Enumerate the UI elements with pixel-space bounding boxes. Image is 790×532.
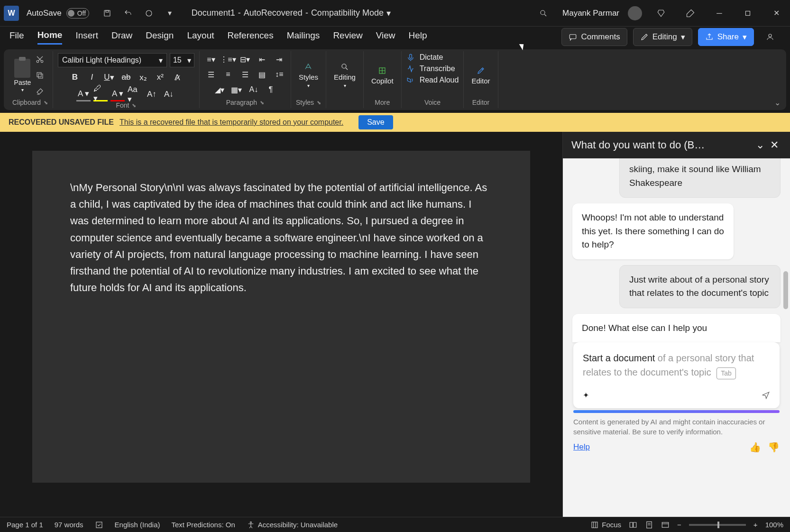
- status-words[interactable]: 97 words: [55, 521, 83, 529]
- line-spacing-icon[interactable]: ↕≡: [273, 68, 286, 81]
- status-predictions[interactable]: Text Predictions: On: [172, 521, 235, 529]
- justify-icon[interactable]: ▤: [256, 68, 269, 81]
- document-text[interactable]: \nMy Personal Story\n\nI was always fasc…: [70, 179, 492, 296]
- autosave-toggle[interactable]: AutoSave Off: [27, 8, 89, 18]
- tab-home[interactable]: Home: [37, 30, 63, 45]
- user-name[interactable]: Mayank Parmar: [562, 9, 619, 18]
- tab-view[interactable]: View: [376, 30, 395, 44]
- search-icon[interactable]: [535, 5, 552, 22]
- undo-icon[interactable]: [119, 5, 137, 22]
- tab-draw[interactable]: Draw: [111, 30, 132, 44]
- increase-indent-icon[interactable]: ⇥: [273, 53, 286, 65]
- strike-button[interactable]: ab: [119, 70, 133, 84]
- scrollbar-thumb[interactable]: [783, 271, 788, 309]
- print-layout-icon[interactable]: [645, 521, 653, 529]
- pane-scrollbar[interactable]: [783, 162, 788, 515]
- underline-button[interactable]: U ▾: [102, 70, 116, 84]
- send-icon[interactable]: [762, 391, 770, 400]
- grow-font-icon[interactable]: A↑: [145, 87, 159, 101]
- collapse-ribbon-icon[interactable]: ⌄: [774, 98, 781, 107]
- cut-icon[interactable]: [34, 53, 46, 65]
- tab-file[interactable]: File: [9, 30, 24, 44]
- zoom-slider[interactable]: [689, 524, 746, 526]
- editing-mode-button[interactable]: Editing ▾: [633, 28, 692, 46]
- launcher-icon[interactable]: ⬊: [317, 100, 321, 106]
- tab-layout[interactable]: Layout: [187, 30, 214, 44]
- close-button[interactable]: ✕: [766, 3, 786, 23]
- pilcrow-icon[interactable]: ¶: [264, 83, 277, 96]
- read-mode-icon[interactable]: [629, 521, 637, 529]
- avatar[interactable]: [628, 6, 642, 20]
- thumbs-up-icon[interactable]: 👍: [749, 441, 761, 453]
- editing-button[interactable]: Editing ▾: [331, 61, 358, 90]
- font-color-button[interactable]: A ▾: [110, 87, 125, 101]
- align-right-icon[interactable]: ☰: [239, 68, 252, 81]
- zoom-in-icon[interactable]: +: [753, 521, 758, 529]
- launcher-icon[interactable]: ⬊: [132, 102, 136, 109]
- tab-references[interactable]: References: [228, 30, 274, 44]
- shading-icon[interactable]: ◢▾: [213, 83, 226, 96]
- status-proofing-icon[interactable]: [95, 521, 103, 529]
- pane-close-icon[interactable]: ✕: [767, 139, 781, 151]
- chat-input-box[interactable]: Start a document of a personal story tha…: [573, 342, 780, 408]
- styles-button[interactable]: Styles ▾: [296, 61, 321, 90]
- zoom-level[interactable]: 100%: [765, 521, 783, 529]
- tab-insert[interactable]: Insert: [75, 30, 98, 44]
- brush-icon[interactable]: [682, 5, 699, 22]
- align-center-icon[interactable]: ≡: [221, 68, 235, 81]
- status-accessibility[interactable]: Accessibility: Unavailable: [247, 521, 338, 529]
- clear-format-icon[interactable]: A̷: [170, 70, 184, 84]
- italic-button[interactable]: I: [85, 70, 99, 84]
- chevron-down-icon[interactable]: ▾: [386, 8, 391, 18]
- editor-button[interactable]: Editor: [468, 64, 493, 87]
- sort-icon[interactable]: A↓: [247, 83, 260, 96]
- zoom-out-icon[interactable]: −: [677, 521, 681, 529]
- launcher-icon[interactable]: ⬊: [260, 100, 264, 106]
- document-page[interactable]: \nMy Personal Story\n\nI was always fasc…: [32, 151, 530, 483]
- change-case-button[interactable]: Aa ▾: [128, 87, 142, 101]
- chat-input-text[interactable]: Start a document of a personal story tha…: [583, 351, 770, 379]
- tab-mailings[interactable]: Mailings: [287, 30, 320, 44]
- comments-button[interactable]: Comments: [561, 28, 627, 46]
- bold-button[interactable]: B: [68, 70, 82, 84]
- font-size-select[interactable]: 15▾: [170, 53, 194, 67]
- format-painter-icon[interactable]: [34, 85, 46, 98]
- web-layout-icon[interactable]: [661, 521, 670, 529]
- tab-design[interactable]: Design: [146, 30, 174, 44]
- highlight-button[interactable]: 🖊 ▾: [93, 87, 108, 101]
- font-name-select[interactable]: Calibri Light (Headings)▾: [58, 53, 167, 67]
- profile-icon[interactable]: [762, 28, 779, 46]
- decrease-indent-icon[interactable]: ⇤: [256, 53, 269, 65]
- document-title[interactable]: Document1 - AutoRecovered - Compatibilit…: [192, 8, 391, 18]
- banner-link[interactable]: This is a recovered file that is tempora…: [119, 118, 343, 127]
- document-canvas[interactable]: \nMy Personal Story\n\nI was always fasc…: [0, 132, 562, 519]
- sparkle-icon[interactable]: ✦: [583, 391, 589, 400]
- status-language[interactable]: English (India): [115, 521, 160, 529]
- share-button[interactable]: Share ▾: [698, 28, 754, 46]
- thumbs-down-icon[interactable]: 👎: [768, 441, 780, 453]
- minimize-button[interactable]: ─: [709, 3, 729, 23]
- help-link[interactable]: Help: [573, 442, 590, 452]
- transcribe-button[interactable]: Transcribe: [406, 64, 455, 73]
- paste-button[interactable]: Paste ▾: [14, 59, 31, 92]
- tab-review[interactable]: Review: [333, 30, 362, 44]
- save-icon[interactable]: [99, 5, 116, 22]
- subscript-button[interactable]: x₂: [136, 70, 150, 84]
- superscript-button[interactable]: x²: [153, 70, 167, 84]
- font-color-gray-button[interactable]: A ▾: [76, 87, 91, 101]
- bullets-icon[interactable]: ≡▾: [204, 53, 218, 65]
- toggle-switch[interactable]: Off: [66, 8, 89, 18]
- banner-save-button[interactable]: Save: [358, 115, 393, 129]
- status-page[interactable]: Page 1 of 1: [7, 521, 43, 529]
- shrink-font-icon[interactable]: A↓: [162, 87, 176, 101]
- copilot-button[interactable]: Copilot: [368, 64, 396, 87]
- read-aloud-button[interactable]: Read Aloud: [406, 76, 459, 84]
- launcher-icon[interactable]: ⬊: [44, 100, 48, 106]
- tab-help[interactable]: Help: [409, 30, 427, 44]
- multilevel-list-icon[interactable]: ⊟▾: [239, 53, 252, 65]
- dictate-button[interactable]: Dictate: [406, 53, 443, 62]
- diamond-icon[interactable]: [652, 5, 670, 22]
- focus-mode-button[interactable]: Focus: [590, 521, 621, 529]
- copy-icon[interactable]: [34, 69, 46, 82]
- maximize-button[interactable]: [738, 3, 758, 23]
